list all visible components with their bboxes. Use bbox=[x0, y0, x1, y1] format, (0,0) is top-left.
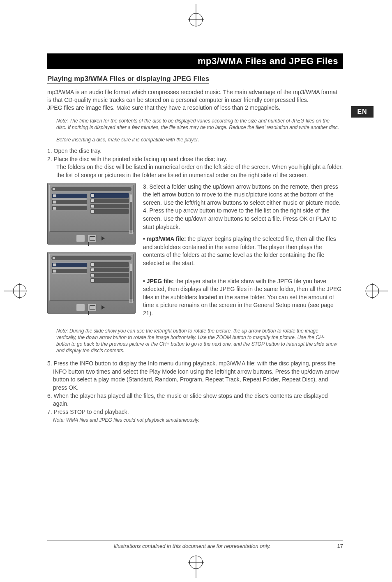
step-7: 7. Press STOP to end playback. bbox=[47, 408, 343, 416]
note-display-time: Note: The time taken for the contents of… bbox=[56, 118, 339, 131]
note-compatibility: Before inserting a disc, make sure it is… bbox=[56, 136, 339, 143]
mp3-bullet-label: • mp3/WMA file: bbox=[143, 236, 186, 242]
play-icon bbox=[99, 304, 107, 311]
steps-5-7: 5. Press the INFO button to display the … bbox=[47, 360, 343, 423]
step-5: 5. Press the INFO button to display the … bbox=[47, 360, 343, 392]
page-footer: Illustrations contained in this document… bbox=[47, 540, 343, 549]
page: EN mp3/WMA Files and JPEG Files Playing … bbox=[0, 0, 392, 582]
note-simultaneous-playback: Note: WMA files and JPEG files could not… bbox=[53, 417, 339, 423]
intro-paragraph: mp3/WMA is an audio file format which co… bbox=[47, 88, 343, 112]
steps-1-2: 1. Open the disc tray. 2. Place the disc… bbox=[47, 147, 343, 179]
play-icon bbox=[99, 235, 107, 242]
crop-mark-top bbox=[184, 4, 208, 29]
crop-mark-right bbox=[363, 279, 388, 303]
screenshot-photo-browser bbox=[47, 252, 136, 314]
jpeg-bullet-label: • JPEG file: bbox=[143, 278, 174, 284]
thumbnail-column bbox=[47, 183, 136, 322]
step-3: 3. Select a folder using the up/down arr… bbox=[143, 183, 341, 206]
screenshot-music-browser bbox=[47, 183, 136, 245]
section-banner: mp3/WMA Files and JPEG Files bbox=[47, 53, 343, 69]
step-4: 4. Press the up arrow button to move to … bbox=[143, 207, 337, 230]
language-tab: EN bbox=[351, 106, 374, 118]
step-2-detail: The folders on the disc will be listed i… bbox=[56, 163, 343, 179]
step-1: 1. Open the disc tray. bbox=[47, 147, 343, 155]
music-mode-icon bbox=[76, 235, 85, 242]
step-6: 6. When the player has played all the fi… bbox=[47, 392, 343, 408]
music-mode-icon bbox=[76, 304, 85, 311]
step-2: 2. Place the disc with the printed side … bbox=[47, 155, 343, 164]
page-number: 17 bbox=[337, 543, 343, 549]
crop-mark-bottom bbox=[184, 553, 208, 578]
illustration-and-text: 3. Select a folder using the up/down arr… bbox=[47, 183, 343, 322]
photo-mode-icon bbox=[88, 235, 97, 242]
photo-mode-icon bbox=[88, 304, 97, 311]
section-subheading: Playing mp3/WMA Files or displaying JPEG… bbox=[47, 75, 209, 84]
footer-text: Illustrations contained in this document… bbox=[114, 543, 271, 549]
content-area: mp3/WMA Files and JPEG Files Playing mp3… bbox=[47, 53, 343, 424]
crop-mark-left bbox=[4, 279, 29, 303]
steps-3-4-bullets: 3. Select a folder using the up/down arr… bbox=[143, 183, 343, 322]
note-slideshow-controls: Note: During the slide show you can use … bbox=[56, 328, 339, 354]
